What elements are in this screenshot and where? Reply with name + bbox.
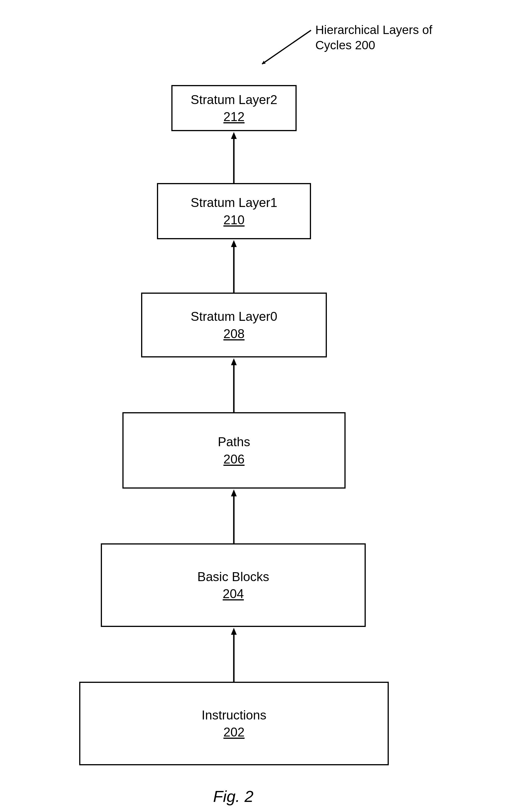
box-instructions: Instructions 202 bbox=[79, 682, 389, 765]
figure-caption: Fig. 2 bbox=[213, 787, 253, 806]
box-ref-instr: 202 bbox=[224, 724, 244, 740]
box-title-instr: Instructions bbox=[201, 707, 266, 724]
